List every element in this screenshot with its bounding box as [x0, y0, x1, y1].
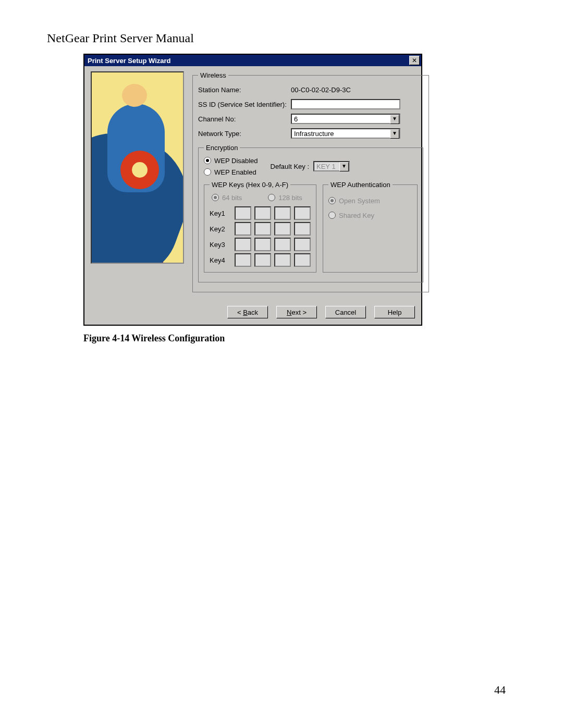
wireless-group: Wireless Station Name: 00-C0-02-02-D9-3C… [192, 71, 429, 292]
chevron-down-icon[interactable]: ▼ [390, 129, 399, 139]
key3-label: Key3 [210, 241, 231, 249]
station-name-label: Station Name: [198, 86, 291, 94]
key2-cell [294, 222, 311, 236]
encryption-legend: Encryption [204, 144, 240, 152]
wep-disabled-label: WEP Disabled [214, 157, 258, 165]
key1-cell [274, 206, 291, 220]
figure-caption: Figure 4-14 Wireless Configuration [83, 333, 516, 344]
radio-icon [268, 194, 275, 201]
wep-disabled-radio[interactable]: WEP Disabled [204, 155, 258, 166]
bits-128-label: 128 bits [278, 194, 302, 202]
key2-label: Key2 [210, 225, 231, 233]
network-type-combo[interactable]: Infrastructure ▼ [291, 128, 400, 139]
radio-icon [328, 197, 336, 204]
channel-label: Channel No: [198, 115, 291, 123]
station-name-value: 00-C0-02-02-D9-3C [291, 86, 423, 94]
wizard-illustration [91, 71, 184, 264]
radio-icon [212, 194, 219, 201]
bits-128-radio: 128 bits [268, 192, 302, 203]
key4-cell [254, 253, 271, 267]
shared-key-radio: Shared Key [328, 209, 412, 221]
key2-cell [274, 222, 291, 236]
wep-auth-legend: WEP Authentication [328, 181, 393, 189]
radio-icon [328, 212, 336, 219]
window-title: Print Server Setup Wizard [88, 57, 409, 65]
back-button[interactable]: < Back [227, 306, 268, 318]
radio-icon [204, 168, 211, 176]
wizard-window: Print Server Setup Wizard ✕ Wireless [83, 54, 422, 326]
bits-64-label: 64 bits [222, 194, 242, 202]
titlebar: Print Server Setup Wizard ✕ [84, 55, 421, 66]
open-system-radio: Open System [328, 195, 412, 206]
next-button[interactable]: Next > [276, 306, 317, 318]
close-icon[interactable]: ✕ [409, 56, 420, 65]
cancel-button[interactable]: Cancel [325, 306, 366, 318]
key2-cell [235, 222, 251, 236]
radio-icon [204, 157, 211, 164]
chevron-down-icon[interactable]: ▼ [390, 115, 399, 124]
key1-cell [235, 206, 251, 220]
wep-keys-group: WEP Keys (Hex 0-9, A-F) 64 bits [204, 181, 316, 273]
key4-cell [235, 253, 251, 267]
default-key-label: Default Key : [271, 163, 309, 170]
key3-cell [274, 238, 291, 251]
key4-label: Key4 [210, 256, 231, 264]
key4-cell [294, 253, 311, 267]
channel-value: 6 [291, 114, 400, 124]
open-system-label: Open System [339, 197, 380, 205]
ssid-label: SS ID (Service Set Identifier): [198, 101, 291, 108]
key1-label: Key1 [210, 209, 231, 217]
wep-keys-legend: WEP Keys (Hex 0-9, A-F) [210, 181, 290, 189]
wireless-legend: Wireless [198, 71, 228, 79]
bits-64-radio: 64 bits [212, 192, 242, 203]
key3-cell [254, 238, 271, 251]
shared-key-label: Shared Key [339, 212, 374, 219]
figure: Print Server Setup Wizard ✕ Wireless [83, 54, 516, 326]
wep-auth-group: WEP Authentication Open System Shared Ke… [323, 181, 418, 273]
help-button[interactable]: Help [374, 306, 415, 318]
channel-combo[interactable]: 6 ▼ [291, 114, 400, 124]
chevron-down-icon: ▼ [339, 162, 349, 171]
key2-cell [254, 222, 271, 236]
encryption-group: Encryption WEP Disabled WEP [198, 144, 423, 282]
network-type-value: Infrastructure [291, 128, 400, 139]
key1-cell [254, 206, 271, 220]
default-key-combo: KEY 1 ▼ [313, 161, 350, 171]
key4-cell [274, 253, 291, 267]
wep-enabled-label: WEP Enabled [214, 168, 256, 176]
key3-cell [235, 238, 251, 251]
key1-cell [294, 206, 311, 220]
key3-cell [294, 238, 311, 251]
network-type-label: Network Type: [198, 130, 291, 138]
ssid-input[interactable] [291, 99, 400, 109]
wep-enabled-radio[interactable]: WEP Enabled [204, 166, 258, 178]
manual-header: NetGear Print Server Manual [47, 31, 516, 45]
page-number: 44 [494, 683, 506, 697]
